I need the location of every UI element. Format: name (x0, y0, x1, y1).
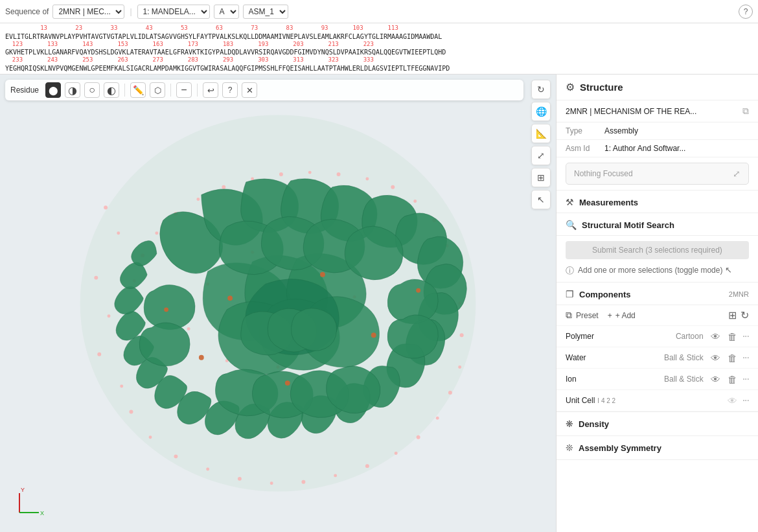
mode-btn-filled[interactable]: ⬤ (45, 82, 61, 98)
chain-letter-select[interactable]: A (214, 5, 239, 19)
refresh-btn[interactable]: ↻ (531, 80, 551, 99)
ion-more-btn[interactable]: ··· (742, 373, 749, 385)
chain-select[interactable]: 1: MANDELA... (137, 5, 210, 19)
asm-select[interactable]: ASM_1 (243, 5, 288, 19)
mode-btn-dark[interactable]: ◐ (104, 82, 119, 98)
water-name: Water (566, 353, 611, 362)
svg-point-14 (334, 474, 337, 477)
svg-point-20 (458, 365, 461, 369)
svg-point-2 (117, 231, 120, 235)
unit-cell-more-btn[interactable]: ··· (742, 395, 749, 406)
structure-icon: ⚙ (566, 81, 575, 93)
polymer-delete-btn[interactable]: 🗑 (726, 331, 740, 342)
globe-btn[interactable]: 🌐 (531, 102, 551, 121)
pointer-btn[interactable]: ↖ (531, 190, 551, 209)
unit-cell-row: Unit Cell I 4 2 2 👁 ··· (557, 390, 758, 411)
svg-point-48 (320, 272, 325, 277)
svg-point-36 (155, 231, 158, 235)
svg-point-50 (285, 380, 290, 386)
asm-id-label: Asm Id (566, 144, 604, 153)
water-more-btn[interactable]: ··· (742, 352, 749, 364)
ion-row: Ion Ball & Stick 👁 🗑 ··· (557, 369, 758, 390)
submit-search-button[interactable]: Submit Search (3 selections required) (566, 241, 749, 259)
entry-name: 2MNR | MECHANISM OF THE REA... (566, 107, 739, 116)
sequence-area: 13 23 33 43 53 63 73 83 93 103 113 EVLIT… (0, 23, 758, 75)
type-value: Assembly (604, 126, 749, 135)
main-content: Residue ⬤ ◑ ○ ◐ ✏️ ⬡ − ↩ ? ✕ ↻ 🌐 📐 ⤢ ⊞ ↖ (0, 75, 758, 532)
mode-btn-half[interactable]: ◑ (65, 82, 80, 98)
components-icon: ❐ (566, 289, 574, 299)
svg-point-47 (227, 295, 233, 301)
ion-actions: 👁 🗑 ··· (709, 373, 749, 385)
focus-area: Nothing Focused ⤢ (566, 163, 749, 185)
focus-expand-icon[interactable]: ⤢ (733, 168, 741, 179)
svg-point-5 (97, 353, 101, 356)
help-button[interactable]: ? (739, 5, 753, 19)
components-section: ❐ Components 2MNR ⧉ Preset + + Add ⊞ ↻ P (557, 283, 758, 412)
svg-point-53 (164, 307, 168, 312)
add-label: + Add (615, 311, 636, 320)
density-section[interactable]: ❋ Density (557, 412, 758, 436)
polymer-name: Polymer (566, 332, 611, 341)
svg-point-11 (238, 477, 242, 481)
svg-point-27 (391, 185, 395, 189)
sliders-btn[interactable]: ⊞ (531, 168, 551, 187)
preset-controls: ⊞ ↻ (728, 309, 749, 321)
type-row: Type Assembly (557, 122, 758, 140)
expand-btn[interactable]: ⤢ (531, 146, 551, 165)
polymer-more-btn[interactable]: ··· (742, 330, 749, 342)
toolbar-separator-1 (124, 84, 125, 97)
shape-btn[interactable]: ⬡ (150, 82, 165, 98)
polymer-visibility-btn[interactable]: 👁 (709, 331, 723, 342)
reset-icon[interactable]: ↻ (741, 309, 749, 321)
assembly-symmetry-title: Assembly Symmetry (579, 443, 661, 453)
add-component-button[interactable]: + + Add (608, 311, 636, 320)
water-row: Water Ball & Stick 👁 🗑 ··· (557, 347, 758, 369)
viewer-panel[interactable]: Residue ⬤ ◑ ○ ◐ ✏️ ⬡ − ↩ ? ✕ ↻ 🌐 📐 ⤢ ⊞ ↖ (0, 75, 556, 532)
measure-btn[interactable]: 📐 (531, 124, 551, 143)
ion-visibility-btn[interactable]: 👁 (709, 374, 723, 385)
svg-point-17 (417, 435, 420, 439)
svg-point-9 (174, 454, 178, 458)
undo-btn[interactable]: ↩ (203, 82, 218, 98)
pencil-btn[interactable]: ✏️ (130, 82, 146, 98)
components-section-header[interactable]: ❐ Components 2MNR (557, 283, 758, 305)
seq-numbers-2: 123 133 143 153 163 173 183 193 203 213 … (5, 41, 753, 49)
motif-search-section-header[interactable]: 🔍 Structural Motif Search (557, 213, 758, 236)
unit-cell-visibility-btn[interactable]: 👁 (726, 395, 740, 406)
polymer-row: Polymer Cartoon 👁 🗑 ··· (557, 326, 758, 347)
svg-point-13 (301, 480, 305, 484)
help-viewer-btn[interactable]: ? (222, 82, 238, 98)
svg-point-49 (371, 332, 376, 338)
close-viewer-btn[interactable]: ✕ (242, 82, 257, 98)
entry-select[interactable]: 2MNR | MEC... (52, 5, 124, 19)
svg-point-33 (222, 185, 225, 189)
svg-point-31 (279, 172, 283, 176)
motif-help-text: Add one or more selections (toggle mode)… (578, 264, 732, 276)
measurements-title: Measurements (579, 198, 638, 207)
molecule-view[interactable] (0, 75, 556, 532)
copy-button[interactable]: ⧉ (742, 106, 749, 117)
seq-text-1: EVLITGLRTRAVNVPLAYPVHTAVGTVGTAPLVLIDLATS… (5, 32, 753, 41)
water-delete-btn[interactable]: 🗑 (726, 353, 740, 364)
measurements-icon: ⚒ (566, 197, 574, 207)
preset-row: ⧉ Preset + + Add ⊞ ↻ (557, 305, 758, 326)
svg-point-21 (460, 333, 464, 337)
ion-delete-btn[interactable]: 🗑 (726, 374, 740, 385)
unit-cell-actions: 👁 ··· (726, 395, 749, 406)
measurements-section[interactable]: ⚒ Measurements (557, 190, 758, 213)
residue-label: Residue (10, 86, 39, 95)
seq-text-3: YEGHQRIQSKLNVPVQMGENWLGPEEMFKALSIGACRLAM… (5, 64, 753, 73)
motif-help-row: ⓘ Add one or more selections (toggle mod… (566, 264, 749, 277)
seq-numbers-3: 233 243 253 263 273 283 293 303 313 323 … (5, 56, 753, 64)
unit-cell-sub: I 4 2 2 (597, 397, 615, 404)
assembly-symmetry-section[interactable]: ❊ Assembly Symmetry (557, 436, 758, 460)
ion-name: Ion (566, 375, 611, 384)
preset-icon: ⧉ (566, 310, 572, 321)
minus-btn[interactable]: − (176, 82, 192, 98)
mode-btn-outline[interactable]: ○ (84, 82, 100, 98)
water-visibility-btn[interactable]: 👁 (709, 353, 723, 364)
svg-text:X: X (40, 510, 44, 516)
sliders-icon[interactable]: ⊞ (728, 309, 737, 321)
svg-point-18 (436, 417, 439, 420)
